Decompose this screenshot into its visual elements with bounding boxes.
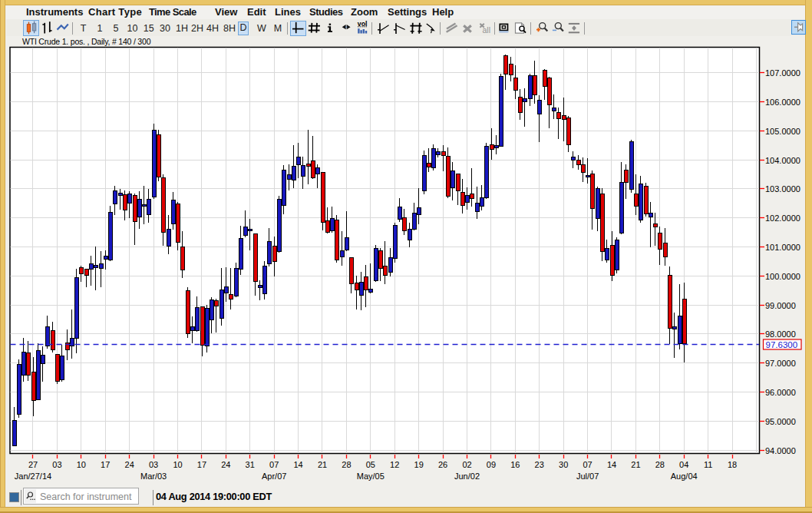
svg-text:31: 31	[246, 460, 255, 469]
svg-text:12: 12	[390, 460, 399, 469]
svg-text:24: 24	[125, 460, 134, 469]
svg-text:21: 21	[318, 460, 327, 469]
svg-text:21: 21	[631, 460, 640, 469]
svg-text:30: 30	[559, 460, 568, 469]
svg-text:10: 10	[173, 460, 182, 469]
svg-text:09: 09	[487, 460, 496, 469]
svg-text:98.0000: 98.0000	[765, 329, 796, 339]
svg-text:Jul/07: Jul/07	[576, 472, 599, 481]
svg-text:16: 16	[510, 460, 520, 469]
svg-text:03: 03	[52, 460, 61, 469]
svg-text:104.0000: 104.0000	[765, 156, 800, 165]
svg-text:07: 07	[269, 460, 279, 469]
svg-text:28: 28	[655, 460, 665, 469]
svg-text:17: 17	[101, 460, 110, 469]
svg-text:94.0000: 94.0000	[765, 446, 796, 455]
svg-text:Jan/27/14: Jan/27/14	[15, 472, 51, 481]
svg-text:04: 04	[679, 460, 688, 469]
svg-text:27: 27	[28, 460, 38, 469]
svg-text:05: 05	[366, 460, 375, 469]
svg-text:Aug/04: Aug/04	[671, 472, 698, 481]
svg-text:97.0000: 97.0000	[765, 359, 796, 368]
svg-text:102.0000: 102.0000	[765, 213, 800, 223]
svg-text:105.0000: 105.0000	[765, 127, 800, 136]
svg-text:02: 02	[462, 460, 471, 469]
svg-text:23: 23	[535, 460, 544, 469]
svg-text:17: 17	[197, 460, 206, 469]
svg-text:11: 11	[704, 460, 712, 469]
svg-text:14: 14	[607, 460, 616, 469]
svg-text:19: 19	[414, 460, 424, 469]
svg-text:101.0000: 101.0000	[765, 243, 800, 252]
svg-text:Mar/03: Mar/03	[140, 472, 167, 481]
svg-text:24: 24	[221, 460, 230, 469]
svg-text:26: 26	[438, 460, 447, 469]
svg-text:10: 10	[77, 460, 86, 469]
svg-text:106.0000: 106.0000	[765, 98, 800, 107]
svg-text:97.6300: 97.6300	[766, 340, 798, 349]
svg-text:95.0000: 95.0000	[765, 417, 796, 426]
svg-text:Apr/07: Apr/07	[262, 472, 286, 481]
svg-text:99.0000: 99.0000	[765, 301, 796, 310]
svg-text:100.0000: 100.0000	[765, 272, 800, 281]
svg-text:96.0000: 96.0000	[765, 388, 796, 397]
svg-text:107.0000: 107.0000	[765, 68, 800, 78]
svg-text:18: 18	[728, 460, 737, 469]
svg-text:07: 07	[583, 460, 592, 469]
svg-text:28: 28	[342, 460, 351, 469]
svg-text:03: 03	[149, 460, 158, 469]
svg-text:Jun/02: Jun/02	[454, 472, 480, 481]
svg-text:103.0000: 103.0000	[765, 184, 800, 194]
svg-text:14: 14	[293, 460, 302, 469]
svg-text:May/05: May/05	[357, 472, 385, 481]
